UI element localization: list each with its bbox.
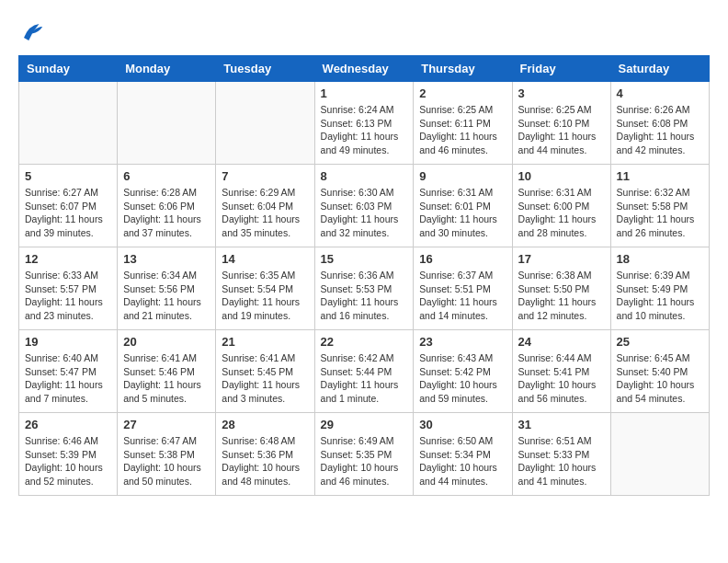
- calendar-cell: 23Sunrise: 6:43 AM Sunset: 5:42 PM Dayli…: [414, 330, 512, 413]
- day-number: 19: [25, 335, 111, 349]
- calendar-cell: [118, 82, 216, 165]
- calendar-cell: 31Sunrise: 6:51 AM Sunset: 5:33 PM Dayli…: [512, 413, 610, 496]
- day-info: Sunrise: 6:47 AM Sunset: 5:38 PM Dayligh…: [123, 434, 210, 488]
- day-number: 4: [617, 86, 703, 100]
- day-info: Sunrise: 6:49 AM Sunset: 5:35 PM Dayligh…: [321, 434, 408, 488]
- day-number: 30: [419, 418, 506, 431]
- column-header-tuesday: Tuesday: [216, 56, 314, 82]
- day-info: Sunrise: 6:26 AM Sunset: 6:08 PM Dayligh…: [617, 103, 703, 157]
- day-number: 31: [518, 418, 605, 431]
- day-number: 22: [321, 335, 408, 349]
- day-info: Sunrise: 6:48 AM Sunset: 5:36 PM Dayligh…: [222, 434, 308, 488]
- day-number: 15: [321, 252, 408, 266]
- day-info: Sunrise: 6:27 AM Sunset: 6:07 PM Dayligh…: [25, 186, 111, 240]
- calendar-cell: 21Sunrise: 6:41 AM Sunset: 5:45 PM Dayli…: [216, 330, 314, 413]
- day-info: Sunrise: 6:28 AM Sunset: 6:06 PM Dayligh…: [123, 186, 210, 240]
- day-info: Sunrise: 6:37 AM Sunset: 5:51 PM Dayligh…: [419, 269, 506, 323]
- day-info: Sunrise: 6:44 AM Sunset: 5:41 PM Dayligh…: [518, 351, 605, 406]
- day-info: Sunrise: 6:41 AM Sunset: 5:46 PM Dayligh…: [123, 351, 210, 406]
- day-number: 10: [518, 169, 605, 183]
- calendar-cell: 17Sunrise: 6:38 AM Sunset: 5:50 PM Dayli…: [512, 247, 610, 330]
- day-info: Sunrise: 6:24 AM Sunset: 6:13 PM Dayligh…: [321, 103, 408, 157]
- calendar-table: SundayMondayTuesdayWednesdayThursdayFrid…: [18, 55, 710, 496]
- day-info: Sunrise: 6:34 AM Sunset: 5:56 PM Dayligh…: [123, 269, 210, 323]
- day-number: 16: [419, 252, 506, 266]
- column-header-sunday: Sunday: [19, 56, 118, 82]
- day-number: 29: [321, 418, 408, 431]
- day-number: 5: [25, 169, 111, 183]
- calendar-cell: 20Sunrise: 6:41 AM Sunset: 5:46 PM Dayli…: [118, 330, 216, 413]
- day-number: 23: [419, 335, 506, 349]
- column-header-saturday: Saturday: [610, 56, 709, 82]
- day-info: Sunrise: 6:31 AM Sunset: 6:01 PM Dayligh…: [419, 186, 506, 240]
- day-info: Sunrise: 6:25 AM Sunset: 6:10 PM Dayligh…: [518, 103, 605, 157]
- week-row-5: 26Sunrise: 6:46 AM Sunset: 5:39 PM Dayli…: [19, 413, 710, 496]
- day-number: 12: [25, 252, 111, 266]
- day-number: 26: [25, 418, 111, 431]
- calendar-cell: 24Sunrise: 6:44 AM Sunset: 5:41 PM Dayli…: [512, 330, 610, 413]
- day-info: Sunrise: 6:43 AM Sunset: 5:42 PM Dayligh…: [419, 351, 506, 406]
- day-number: 11: [617, 169, 703, 183]
- day-number: 1: [321, 86, 408, 100]
- column-header-wednesday: Wednesday: [314, 56, 414, 82]
- day-info: Sunrise: 6:31 AM Sunset: 6:00 PM Dayligh…: [518, 186, 605, 240]
- calendar-cell: [19, 82, 118, 165]
- day-number: 24: [518, 335, 605, 349]
- week-row-2: 5Sunrise: 6:27 AM Sunset: 6:07 PM Daylig…: [19, 165, 710, 247]
- calendar-cell: 8Sunrise: 6:30 AM Sunset: 6:03 PM Daylig…: [314, 165, 414, 247]
- day-info: Sunrise: 6:41 AM Sunset: 5:45 PM Dayligh…: [222, 351, 308, 406]
- calendar-cell: 10Sunrise: 6:31 AM Sunset: 6:00 PM Dayli…: [512, 165, 610, 247]
- calendar-cell: [610, 413, 709, 496]
- calendar-cell: 22Sunrise: 6:42 AM Sunset: 5:44 PM Dayli…: [314, 330, 414, 413]
- day-info: Sunrise: 6:39 AM Sunset: 5:49 PM Dayligh…: [617, 269, 703, 323]
- column-header-friday: Friday: [512, 56, 610, 82]
- day-info: Sunrise: 6:51 AM Sunset: 5:33 PM Dayligh…: [518, 434, 605, 488]
- day-info: Sunrise: 6:29 AM Sunset: 6:04 PM Dayligh…: [222, 186, 308, 240]
- page-header: [18, 18, 710, 46]
- day-number: 27: [123, 418, 210, 431]
- logo-bird-icon: [18, 18, 46, 46]
- calendar-cell: 30Sunrise: 6:50 AM Sunset: 5:34 PM Dayli…: [414, 413, 512, 496]
- day-info: Sunrise: 6:50 AM Sunset: 5:34 PM Dayligh…: [419, 434, 506, 488]
- day-number: 14: [222, 252, 308, 266]
- calendar-cell: 29Sunrise: 6:49 AM Sunset: 5:35 PM Dayli…: [314, 413, 414, 496]
- day-number: 2: [419, 86, 506, 100]
- calendar-cell: 19Sunrise: 6:40 AM Sunset: 5:47 PM Dayli…: [19, 330, 118, 413]
- calendar-cell: 7Sunrise: 6:29 AM Sunset: 6:04 PM Daylig…: [216, 165, 314, 247]
- day-number: 21: [222, 335, 308, 349]
- calendar-cell: 3Sunrise: 6:25 AM Sunset: 6:10 PM Daylig…: [512, 82, 610, 165]
- calendar-cell: [216, 82, 314, 165]
- day-number: 8: [321, 169, 408, 183]
- calendar-cell: 11Sunrise: 6:32 AM Sunset: 5:58 PM Dayli…: [610, 165, 709, 247]
- logo: [18, 18, 50, 46]
- day-number: 20: [123, 335, 210, 349]
- day-info: Sunrise: 6:40 AM Sunset: 5:47 PM Dayligh…: [25, 351, 111, 406]
- day-number: 28: [222, 418, 308, 431]
- day-number: 7: [222, 169, 308, 183]
- day-number: 13: [123, 252, 210, 266]
- day-number: 17: [518, 252, 605, 266]
- day-number: 6: [123, 169, 210, 183]
- day-number: 18: [617, 252, 703, 266]
- day-info: Sunrise: 6:42 AM Sunset: 5:44 PM Dayligh…: [321, 351, 408, 406]
- calendar-cell: 27Sunrise: 6:47 AM Sunset: 5:38 PM Dayli…: [118, 413, 216, 496]
- day-info: Sunrise: 6:25 AM Sunset: 6:11 PM Dayligh…: [419, 103, 506, 157]
- calendar-cell: 18Sunrise: 6:39 AM Sunset: 5:49 PM Dayli…: [610, 247, 709, 330]
- calendar-cell: 16Sunrise: 6:37 AM Sunset: 5:51 PM Dayli…: [414, 247, 512, 330]
- day-number: 9: [419, 169, 506, 183]
- week-row-4: 19Sunrise: 6:40 AM Sunset: 5:47 PM Dayli…: [19, 330, 710, 413]
- day-number: 3: [518, 86, 605, 100]
- calendar-cell: 14Sunrise: 6:35 AM Sunset: 5:54 PM Dayli…: [216, 247, 314, 330]
- day-info: Sunrise: 6:46 AM Sunset: 5:39 PM Dayligh…: [25, 434, 111, 488]
- calendar-cell: 9Sunrise: 6:31 AM Sunset: 6:01 PM Daylig…: [414, 165, 512, 247]
- column-header-monday: Monday: [118, 56, 216, 82]
- day-info: Sunrise: 6:38 AM Sunset: 5:50 PM Dayligh…: [518, 269, 605, 323]
- calendar-cell: 4Sunrise: 6:26 AM Sunset: 6:08 PM Daylig…: [610, 82, 709, 165]
- calendar-header-row: SundayMondayTuesdayWednesdayThursdayFrid…: [19, 56, 710, 82]
- day-info: Sunrise: 6:35 AM Sunset: 5:54 PM Dayligh…: [222, 269, 308, 323]
- day-info: Sunrise: 6:33 AM Sunset: 5:57 PM Dayligh…: [25, 269, 111, 323]
- calendar-cell: 26Sunrise: 6:46 AM Sunset: 5:39 PM Dayli…: [19, 413, 118, 496]
- day-info: Sunrise: 6:36 AM Sunset: 5:53 PM Dayligh…: [321, 269, 408, 323]
- calendar-cell: 2Sunrise: 6:25 AM Sunset: 6:11 PM Daylig…: [414, 82, 512, 165]
- week-row-3: 12Sunrise: 6:33 AM Sunset: 5:57 PM Dayli…: [19, 247, 710, 330]
